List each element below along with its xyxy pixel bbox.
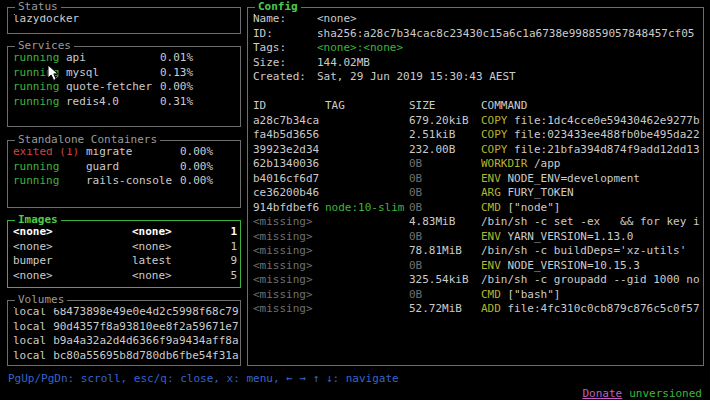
volume-row[interactable]: local90d4357f8a93810ee8f2a59671e7: [13, 320, 240, 335]
config-field-label: Tags:: [253, 41, 317, 56]
volume-row[interactable]: localb9a4a32a2d4d6366f9a9434aff8a: [13, 334, 240, 349]
layer-row[interactable]: <missing>0BCMD ["bash"]: [253, 288, 703, 303]
config-field-row: ID:sha256:a28c7b34cac8c23430c15a6c1a6738…: [253, 27, 703, 42]
layer-tag: [325, 273, 409, 288]
layer-row[interactable]: fa4b5d36562.51kiBCOPY file:023433ee488fb…: [253, 128, 703, 143]
layer-tag: [325, 128, 409, 143]
layer-tag: [325, 186, 409, 201]
config-field-value: <none>:<none>: [317, 41, 403, 56]
services-panel[interactable]: Services runningapi0.01%runningmysql0.13…: [7, 46, 241, 127]
command-args: /bin/sh -c groupadd --gid 1000 no: [481, 273, 700, 286]
volume-row[interactable]: localbc80a55695b8d780db6fbe54f31a: [13, 349, 240, 361]
layer-tag: [325, 157, 409, 172]
layer-row[interactable]: <missing>0BENV NODE_VERSION=10.15.3: [253, 259, 703, 274]
donate-link[interactable]: Donate: [582, 387, 622, 400]
command-keyword: CMD: [481, 201, 501, 214]
command-args: /bin/sh -c set -ex && for key i: [481, 215, 700, 228]
container-cpu-percent: 0.00%: [180, 174, 213, 189]
container-cpu-percent: 0.00%: [180, 160, 213, 175]
version-label: unversioned: [629, 387, 702, 400]
layer-command: ADD file:4fc310c0cb879c876c5c0f57: [481, 302, 703, 317]
image-count: 5: [205, 269, 240, 283]
volumes-panel-title: Volumes: [15, 293, 67, 308]
service-row[interactable]: runningquote-fetcher0.00%: [13, 80, 240, 95]
status-panel-title: Status: [15, 0, 61, 15]
image-tag: <none>: [132, 240, 205, 255]
layer-size: 0B: [409, 259, 481, 274]
layer-size: 232.00B: [409, 143, 481, 158]
image-row[interactable]: <none><none>1: [13, 240, 240, 255]
volume-driver: local: [13, 334, 46, 349]
layer-tag: [325, 288, 409, 303]
layer-id: <missing>: [253, 288, 325, 303]
config-field-row: Name:<none>: [253, 12, 703, 27]
layer-id: <missing>: [253, 259, 325, 274]
layer-id: a28c7b34ca: [253, 114, 325, 129]
service-row[interactable]: runningredis4.00.31%: [13, 95, 240, 110]
layer-size: 0B: [409, 230, 481, 245]
layer-id: b4016cf6d7: [253, 172, 325, 187]
layer-row[interactable]: ce36200b460BARG FURY_TOKEN: [253, 186, 703, 201]
volume-name: 68473898e49e0e4d2c5998f68c79: [53, 305, 238, 320]
layer-size: 0B: [409, 288, 481, 303]
image-count: 9: [205, 254, 240, 269]
service-cpu-percent: 0.01%: [160, 51, 193, 66]
layer-size: 4.83MiB: [409, 215, 481, 230]
container-name: rails-console: [86, 174, 180, 189]
command-keyword: ARG: [481, 186, 501, 199]
image-row[interactable]: <none><none>5: [13, 269, 240, 283]
command-args: file:023433ee488fb0be495da22: [508, 128, 700, 141]
container-row[interactable]: runningrails-console0.00%: [13, 174, 240, 189]
layer-tag: [325, 230, 409, 245]
container-status: running: [13, 160, 86, 175]
container-name: guard: [86, 160, 180, 175]
service-status: running: [13, 66, 66, 81]
layer-row[interactable]: b4016cf6d70BENV NODE_ENV=development: [253, 172, 703, 187]
command-args: FURY_TOKEN: [501, 186, 574, 199]
layer-row[interactable]: 39923e2d34232.00BCOPY file:21bfa394d874f…: [253, 143, 703, 158]
layer-command: COPY file:21bfa394d874f9add12dd13: [481, 143, 703, 158]
column-header: SIZE: [409, 99, 481, 114]
layer-tag: [325, 302, 409, 317]
command-args: YARN_VERSION=1.13.0: [501, 230, 633, 243]
layer-row[interactable]: <missing>325.54kiB/bin/sh -c groupadd --…: [253, 273, 703, 288]
standalone-containers-panel-title: Standalone Containers: [15, 133, 160, 148]
layer-row[interactable]: <missing>78.81MiB/bin/sh -c buildDeps='x…: [253, 244, 703, 259]
layer-command: COPY file:023433ee488fb0be495da22: [481, 128, 703, 143]
status-panel[interactable]: Status lazydocker: [7, 7, 241, 34]
config-field-value: <none>: [317, 12, 357, 27]
layer-command: ARG FURY_TOKEN: [481, 186, 703, 201]
image-row[interactable]: bumperlatest9: [13, 254, 240, 269]
layer-row[interactable]: 62b13400360BWORKDIR /app: [253, 157, 703, 172]
layer-row[interactable]: <missing>52.72MiBADD file:4fc310c0cb879c…: [253, 302, 703, 317]
config-panel[interactable]: Config Name:<none>ID:sha256:a28c7b34cac8…: [247, 7, 704, 366]
service-cpu-percent: 0.00%: [160, 80, 193, 95]
layer-row[interactable]: <missing>4.83MiB/bin/sh -c set -ex && fo…: [253, 215, 703, 230]
command-args: ["node"]: [501, 201, 561, 214]
service-status: running: [13, 80, 66, 95]
layer-command: ENV YARN_VERSION=1.13.0: [481, 230, 703, 245]
layer-row[interactable]: a28c7b34ca679.20kiBCOPY file:1dc4cce0e59…: [253, 114, 703, 129]
layer-command: WORKDIR /app: [481, 157, 703, 172]
command-keyword: ENV: [481, 259, 501, 272]
container-row[interactable]: runningguard0.00%: [13, 160, 240, 175]
command-args: file:1dc4cce0e59430462e9277b: [508, 114, 700, 127]
container-status: running: [13, 174, 86, 189]
command-keyword: ENV: [481, 172, 501, 185]
command-args: NODE_VERSION=10.15.3: [501, 259, 640, 272]
command-keyword: ENV: [481, 230, 501, 243]
standalone-containers-panel[interactable]: Standalone Containers exited (1)migrate0…: [7, 140, 241, 208]
volumes-panel[interactable]: Volumes local68473898e49e0e4d2c5998f68c7…: [7, 300, 241, 366]
status-bar: PgUp/PgDn: scroll, esc/q: close, x: menu…: [8, 372, 702, 400]
volume-name: b9a4a32a2d4d6366f9a9434aff8a: [53, 334, 238, 349]
layer-row[interactable]: <missing>0BENV YARN_VERSION=1.13.0: [253, 230, 703, 245]
keybindings-hint: PgUp/PgDn: scroll, esc/q: close, x: menu…: [8, 372, 399, 400]
service-status: running: [13, 95, 66, 110]
service-cpu-percent: 0.13%: [160, 66, 193, 81]
layer-size: 679.20kiB: [409, 114, 481, 129]
layer-row[interactable]: 914bfdbef6node:10-slim0BCMD ["node"]: [253, 201, 703, 216]
command-args: ["bash"]: [501, 288, 561, 301]
images-panel[interactable]: Images <none><none>1<none><none>1bumperl…: [7, 220, 241, 288]
command-keyword: COPY: [481, 128, 508, 141]
service-row[interactable]: runningmysql0.13%: [13, 66, 240, 81]
